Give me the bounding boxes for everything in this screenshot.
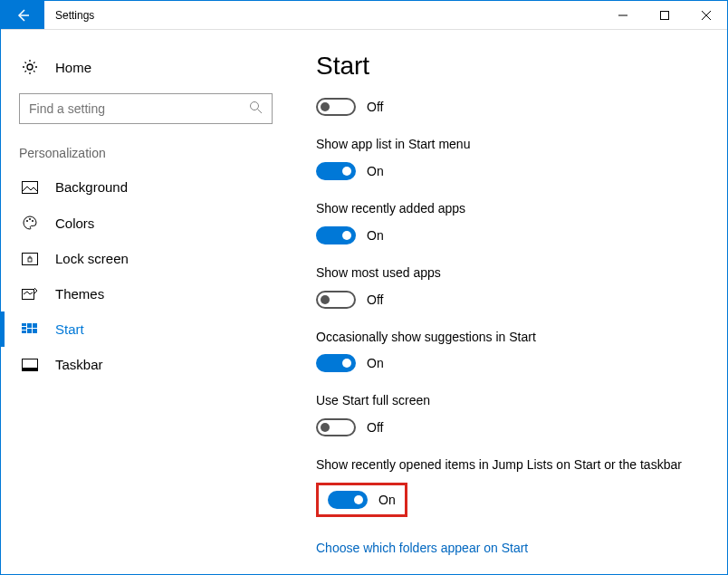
toggle-show-more-tiles[interactable] [316,98,356,116]
toggle-jump-lists[interactable] [328,491,368,509]
setting-suggestions: Occasionally show suggestions in Start O… [316,329,700,373]
svg-rect-7 [23,253,38,264]
svg-rect-18 [23,368,38,371]
toggle-state: On [378,493,396,507]
setting-label: Show app list in Start menu [316,136,700,153]
page-title: Start [316,52,700,81]
sidebar-item-label: Taskbar [55,357,103,372]
start-icon [19,323,41,336]
highlight-box: On [316,483,407,517]
svg-point-4 [26,220,28,222]
maximize-icon [660,11,669,20]
toggle-full-screen[interactable] [316,418,356,436]
setting-show-more-tiles: Show more tiles on Start Off [316,88,700,116]
setting-show-app-list: Show app list in Start menu On [316,136,700,180]
svg-rect-15 [27,329,32,333]
toggle-state: Off [367,292,383,307]
setting-label: Show most used apps [316,264,700,282]
search-box[interactable] [19,93,273,124]
svg-rect-13 [27,323,32,328]
svg-rect-12 [22,331,26,333]
content-area: Home Personalization Background Colors [1,30,727,574]
sidebar-item-colors[interactable]: Colors [1,205,291,241]
setting-label: Show recently opened items in Jump Lists… [316,456,700,474]
svg-rect-3 [23,181,38,193]
taskbar-icon [19,359,41,371]
category-label: Personalization [1,146,291,169]
sidebar-item-themes[interactable]: Themes [1,276,291,311]
search-icon [249,101,263,118]
toggle-state: On [367,164,384,178]
maximize-button[interactable] [644,1,685,29]
home-label: Home [55,60,91,75]
sidebar-item-label: Colors [55,216,94,231]
toggle-state: Off [367,100,383,114]
sidebar-item-start[interactable]: Start [1,311,291,347]
setting-label: Use Start full screen [316,392,700,409]
toggle-show-app-list[interactable] [316,162,356,180]
palette-icon [19,215,41,231]
toggle-suggestions[interactable] [316,354,356,372]
setting-recently-added: Show recently added apps On [316,200,700,244]
themes-icon [19,287,41,302]
gear-icon [19,59,41,75]
sidebar-item-background[interactable]: Background [1,169,291,205]
window-title: Settings [44,1,602,29]
main-panel: Start Show more tiles on Start Off Show … [291,30,727,574]
svg-rect-11 [22,327,26,330]
sidebar-item-taskbar[interactable]: Taskbar [1,347,291,382]
sidebar-item-lock-screen[interactable]: Lock screen [1,241,291,276]
toggle-state: On [367,228,384,243]
svg-point-1 [27,64,33,70]
window-controls [602,1,727,29]
toggle-state: Off [367,420,383,435]
titlebar: Settings [1,1,727,30]
toggle-most-used[interactable] [316,291,356,309]
setting-label: Show more tiles on Start [316,88,700,89]
svg-point-5 [29,218,31,220]
svg-point-6 [32,220,34,222]
setting-most-used: Show most used apps Off [316,264,700,309]
arrow-left-icon [14,7,31,24]
minimize-button[interactable] [602,1,644,29]
sidebar-item-label: Themes [55,286,104,302]
svg-rect-16 [33,329,37,333]
svg-rect-0 [661,11,669,19]
sidebar-item-label: Start [55,321,84,337]
lock-screen-icon [19,253,41,265]
setting-label: Occasionally show suggestions in Start [316,329,700,346]
svg-rect-10 [22,323,26,326]
settings-scroll-area[interactable]: Show more tiles on Start Off Show app li… [316,88,700,561]
sidebar-item-label: Background [55,179,128,195]
minimize-icon [618,11,627,20]
choose-folders-link[interactable]: Choose which folders appear on Start [316,541,528,555]
svg-point-2 [251,101,259,110]
setting-label: Show recently added apps [316,200,700,217]
close-button[interactable] [685,1,727,29]
toggle-recently-added[interactable] [316,226,356,244]
picture-icon [19,181,41,194]
close-icon [702,11,711,20]
sidebar: Home Personalization Background Colors [1,30,291,574]
toggle-state: On [367,356,384,370]
sidebar-item-label: Lock screen [55,251,129,266]
setting-jump-lists: Show recently opened items in Jump Lists… [316,456,700,517]
setting-full-screen: Use Start full screen Off [316,392,700,436]
home-button[interactable]: Home [1,52,291,82]
back-button[interactable] [1,1,44,29]
svg-rect-14 [33,323,37,328]
search-input[interactable] [29,101,249,116]
svg-rect-8 [28,258,32,262]
